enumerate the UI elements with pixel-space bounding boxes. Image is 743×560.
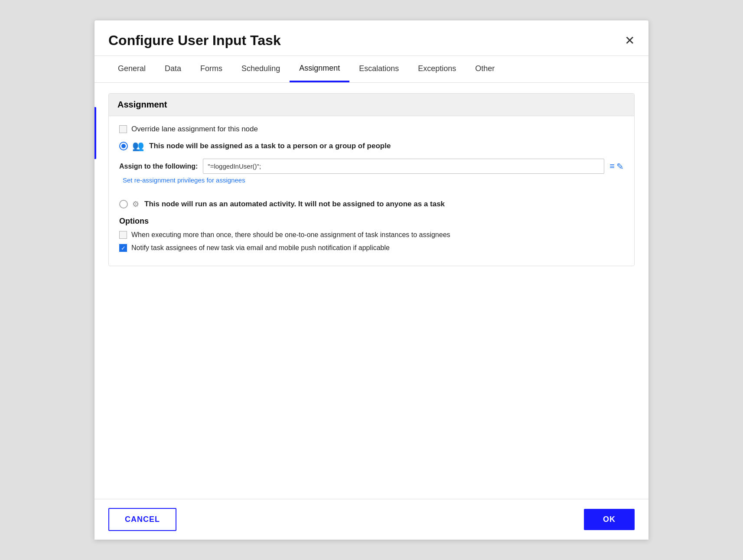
ok-button[interactable]: OK	[584, 509, 635, 530]
person-group-icon: 👥	[132, 140, 144, 152]
option1-row: When executing more than once, there sho…	[119, 231, 624, 239]
section-content: Override lane assignment for this node 👥…	[109, 116, 634, 266]
tab-scheduling[interactable]: Scheduling	[232, 56, 290, 82]
assign-row: Assign to the following: ≡ ✎	[119, 159, 624, 174]
left-accent-bar	[95, 107, 96, 159]
radio1-button[interactable]	[119, 142, 128, 150]
option2-checkbox[interactable]	[119, 244, 127, 252]
radio2-label[interactable]: This node will run as an automated activ…	[144, 200, 445, 208]
radio2-row: ⚙ This node will run as an automated act…	[119, 199, 624, 209]
dialog-body: Assignment Override lane assignment for …	[95, 83, 648, 499]
dialog-header: Configure User Input Task ✕	[95, 20, 648, 56]
reassign-link[interactable]: Set re-assignment privileges for assigne…	[123, 176, 245, 184]
assignment-section: Assignment Override lane assignment for …	[108, 93, 635, 266]
tab-assignment[interactable]: Assignment	[290, 56, 349, 82]
configure-dialog: Configure User Input Task ✕ General Data…	[94, 20, 649, 540]
tab-exceptions[interactable]: Exceptions	[408, 56, 466, 82]
tab-general[interactable]: General	[108, 56, 155, 82]
assign-icon-group: ≡ ✎	[609, 161, 624, 172]
section-title: Assignment	[109, 94, 634, 116]
assign-label: Assign to the following:	[119, 163, 198, 170]
option2-row: Notify task assignees of new task via em…	[119, 244, 624, 252]
override-label[interactable]: Override lane assignment for this node	[131, 125, 258, 133]
radio2-button[interactable]	[119, 200, 128, 208]
dialog-footer: CANCEL OK	[95, 499, 648, 540]
dialog-title: Configure User Input Task	[108, 33, 281, 49]
tab-other[interactable]: Other	[466, 56, 504, 82]
cancel-button[interactable]: CANCEL	[108, 508, 176, 531]
option1-label[interactable]: When executing more than once, there sho…	[131, 231, 450, 239]
override-row: Override lane assignment for this node	[119, 125, 624, 133]
options-title: Options	[119, 217, 624, 226]
close-button[interactable]: ✕	[625, 35, 635, 47]
radio1-row: 👥 This node will be assigned as a task t…	[119, 140, 624, 152]
tab-data[interactable]: Data	[155, 56, 191, 82]
tab-bar: General Data Forms Scheduling Assignment…	[95, 56, 648, 83]
radio1-label[interactable]: This node will be assigned as a task to …	[149, 142, 391, 150]
assign-input[interactable]	[203, 159, 604, 174]
tab-escalations[interactable]: Escalations	[349, 56, 408, 82]
tab-forms[interactable]: Forms	[191, 56, 232, 82]
edit-icon[interactable]: ✎	[616, 161, 624, 172]
gear-icon: ⚙	[132, 199, 139, 209]
list-icon[interactable]: ≡	[609, 161, 615, 171]
option1-checkbox[interactable]	[119, 231, 127, 239]
option2-label[interactable]: Notify task assignees of new task via em…	[131, 244, 390, 252]
override-checkbox[interactable]	[119, 125, 127, 133]
